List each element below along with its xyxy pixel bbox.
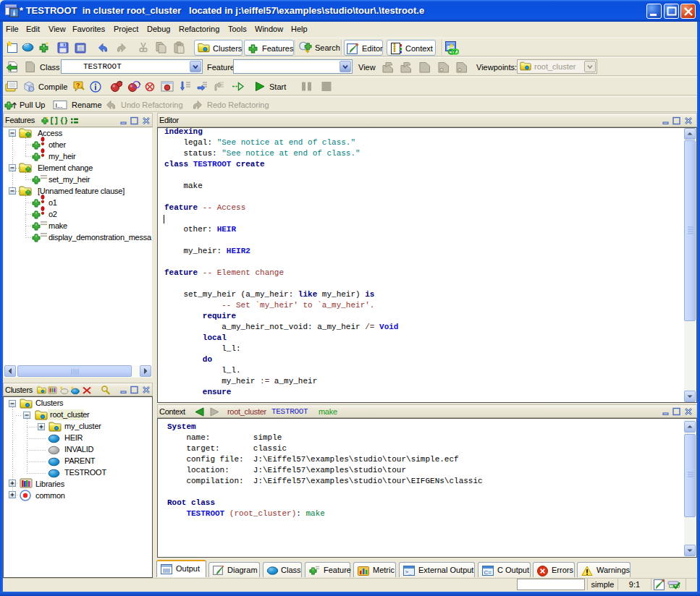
- svg-text:C=: C=: [484, 569, 492, 576]
- svg-text:?: ?: [76, 82, 80, 89]
- svg-text:>_: >_: [405, 569, 412, 575]
- svg-text:I...: I...: [56, 102, 63, 109]
